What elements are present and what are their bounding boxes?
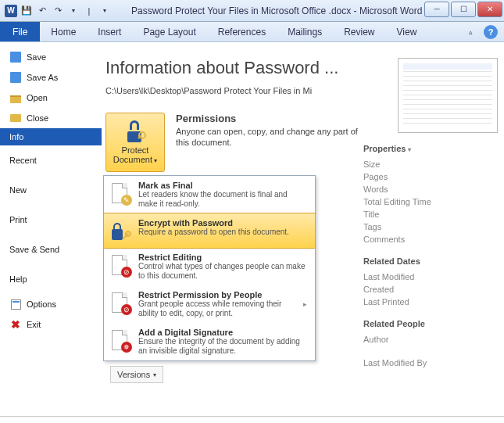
menu-mark-as-final[interactable]: ✎ Mark as FinalLet readers know the docu… <box>104 176 315 213</box>
nav-open[interactable]: Open <box>0 88 101 108</box>
related-dates-heading: Related Dates <box>363 256 498 266</box>
info-file-path: C:\Users\lk\Desktop\Password Protect You… <box>105 86 363 95</box>
save-qat-button[interactable]: 💾 <box>20 5 33 17</box>
quick-access-toolbar: W 💾 ↶ ↷ ▼ | ▾ <box>0 5 116 17</box>
info-side-panel: Properties Size Pages Words Total Editin… <box>363 58 504 416</box>
maximize-button[interactable]: ☐ <box>451 2 476 17</box>
exit-icon: ✖ <box>9 318 22 331</box>
nav-info[interactable]: Info <box>0 128 102 145</box>
info-main-panel: Information about Password ... C:\Users\… <box>105 58 363 416</box>
nav-exit[interactable]: ✖Exit <box>0 314 101 335</box>
prop-pages: Pages <box>363 170 498 183</box>
chevron-down-icon: ▾ <box>153 371 156 378</box>
permissions-description: Anyone can open, copy, and change any pa… <box>176 126 363 149</box>
pencil-badge-icon: ✎ <box>121 195 132 206</box>
lock-key-icon <box>107 218 132 243</box>
title-bar: W 💾 ↶ ↷ ▼ | ▾ Password Protect Your File… <box>0 0 504 22</box>
chevron-down-icon: ▾ <box>152 157 157 164</box>
tab-view[interactable]: View <box>386 22 428 41</box>
prop-total-editing-time: Total Editing Time <box>363 195 498 208</box>
related-people-heading: Related People <box>363 319 498 328</box>
save-as-icon <box>10 72 21 83</box>
prop-tags: Tags <box>363 220 498 233</box>
tab-mailings[interactable]: Mailings <box>277 22 333 41</box>
tab-home[interactable]: Home <box>40 22 87 41</box>
options-icon <box>11 299 21 310</box>
close-button[interactable]: ✕ <box>477 2 502 17</box>
prop-last-printed: Last Printed <box>363 296 498 308</box>
nav-close[interactable]: Close <box>0 108 101 128</box>
no-entry-icon: ⊘ <box>121 304 132 315</box>
submenu-arrow-icon: ▸ <box>303 300 307 308</box>
backstage-nav: Save Save As Open Close Info Recent New … <box>0 42 101 416</box>
minimize-button[interactable]: ─ <box>424 2 449 17</box>
prop-words: Words <box>363 183 498 195</box>
lock-key-icon <box>124 120 146 142</box>
save-icon <box>10 52 21 63</box>
ribbon-minimize-icon[interactable]: ▵ <box>464 28 477 36</box>
nav-new[interactable]: New <box>0 175 101 205</box>
protect-document-menu: ✎ Mark as FinalLet readers know the docu… <box>103 175 316 361</box>
permissions-heading: Permissions <box>176 113 363 124</box>
qat-customize-icon[interactable]: ▼ <box>67 5 80 17</box>
prop-comments: Comments <box>363 233 498 246</box>
status-bar-divider <box>0 416 504 417</box>
redo-qat-button[interactable]: ↷ <box>52 5 64 17</box>
menu-restrict-permission-by-people[interactable]: ⊘ Restrict Permission by PeopleGrant peo… <box>104 285 315 323</box>
tab-page-layout[interactable]: Page Layout <box>132 22 206 41</box>
tab-references[interactable]: References <box>207 22 277 41</box>
tab-review[interactable]: Review <box>333 22 385 41</box>
folder-open-icon <box>10 95 21 103</box>
nav-print[interactable]: Print <box>0 205 101 235</box>
file-tab[interactable]: File <box>0 22 40 41</box>
word-app-icon[interactable]: W <box>5 5 17 17</box>
protect-document-button[interactable]: Protect Document ▾ <box>105 113 165 172</box>
prop-size: Size <box>363 158 498 170</box>
versions-button[interactable]: Versions ▾ <box>110 366 163 383</box>
window-controls: ─ ☐ ✕ <box>424 5 504 17</box>
backstage-view: Save Save As Open Close Info Recent New … <box>0 42 504 416</box>
ribbon-tabs: File Home Insert Page Layout References … <box>0 22 504 42</box>
help-icon[interactable]: ? <box>484 25 498 39</box>
properties-dropdown[interactable]: Properties <box>363 144 498 153</box>
menu-add-digital-signature[interactable]: ✵ Add a Digital SignatureEnsure the inte… <box>104 323 315 360</box>
nav-recent[interactable]: Recent <box>0 145 101 175</box>
prop-title: Title <box>363 208 498 220</box>
document-preview-thumbnail[interactable] <box>398 58 498 133</box>
nav-save-send[interactable]: Save & Send <box>0 235 101 264</box>
prop-created: Created <box>363 283 498 296</box>
nav-save-as[interactable]: Save As <box>0 67 101 88</box>
prop-last-modified: Last Modified <box>363 271 498 283</box>
permissions-row: Protect Document ▾ Permissions Anyone ca… <box>105 113 363 172</box>
qat-separator: | <box>83 5 95 17</box>
prop-author: Author <box>363 333 498 346</box>
undo-qat-button[interactable]: ↶ <box>36 5 48 17</box>
qat-overflow-icon[interactable]: ▾ <box>98 5 111 17</box>
nav-help[interactable]: Help <box>0 264 101 294</box>
ribbon-badge-icon: ✵ <box>121 342 132 353</box>
nav-save[interactable]: Save <box>0 47 101 67</box>
menu-restrict-editing[interactable]: ⊘ Restrict EditingControl what types of … <box>104 248 315 285</box>
menu-encrypt-with-password[interactable]: Encrypt with PasswordRequire a password … <box>103 213 316 249</box>
nav-options[interactable]: Options <box>0 294 101 314</box>
info-title: Information about Password ... <box>105 58 363 78</box>
prop-last-modified-by: Last Modified By <box>363 357 498 369</box>
tab-insert[interactable]: Insert <box>87 22 132 41</box>
backstage-content: Information about Password ... C:\Users\… <box>101 42 504 416</box>
no-entry-icon: ⊘ <box>121 267 132 278</box>
window-title: Password Protect Your Files in Microsoft… <box>116 5 424 16</box>
folder-close-icon <box>10 114 21 122</box>
